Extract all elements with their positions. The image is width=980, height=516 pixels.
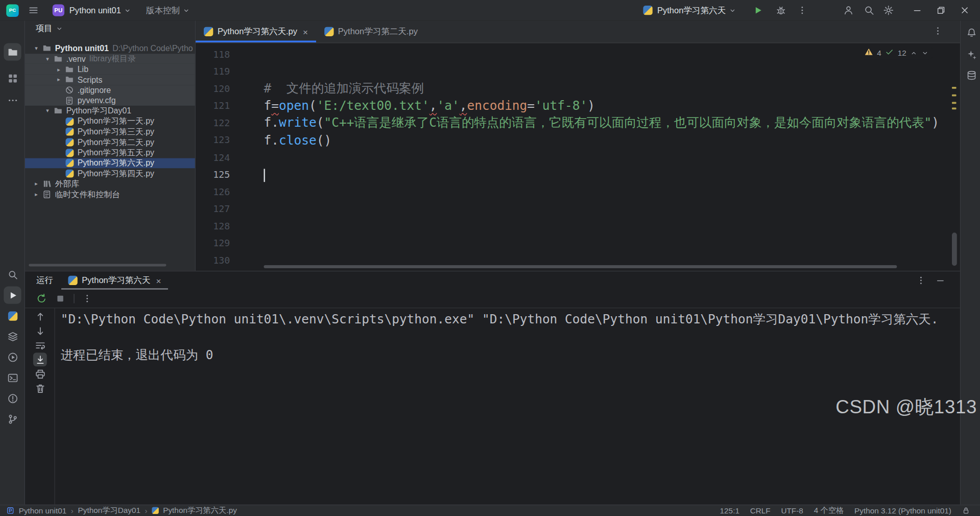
- editor-code-line[interactable]: 118: [196, 45, 960, 63]
- find-toolwindow-icon[interactable]: [4, 266, 21, 283]
- editor-code-line[interactable]: 129: [196, 235, 960, 252]
- project-panel-header[interactable]: 项目: [25, 20, 195, 37]
- main-menu-hamburger-icon[interactable]: [28, 5, 39, 16]
- window-close-button[interactable]: [955, 6, 974, 15]
- services-toolwindow-icon[interactable]: [4, 327, 21, 345]
- project-tree-item[interactable]: ▸Scripts: [25, 75, 195, 85]
- project-name-button[interactable]: Python unit01: [69, 6, 121, 15]
- editor-code-line[interactable]: 124: [196, 149, 960, 166]
- run-configuration-button[interactable]: Python学习第六天: [657, 5, 726, 16]
- editor-code-line[interactable]: 125: [196, 166, 960, 183]
- ai-assistant-icon[interactable]: [963, 46, 979, 63]
- breadcrumb-item[interactable]: Python unit01: [19, 506, 67, 515]
- editor-code-line[interactable]: 119: [196, 63, 960, 80]
- warning-stripe-mark[interactable]: [952, 87, 957, 89]
- project-tree-item[interactable]: ▾Python unit01D:\Python Code\Pytho: [25, 43, 195, 53]
- database-toolwindow-icon[interactable]: [963, 67, 979, 83]
- project-tree-item[interactable]: Python学习第五天.py: [25, 148, 195, 158]
- run-toolwindow-icon[interactable]: [4, 287, 21, 304]
- run-anything-icon[interactable]: [4, 348, 21, 366]
- editor-code-line[interactable]: 120# 文件的追加演示代码案例: [196, 80, 960, 98]
- indent-widget[interactable]: 4 个空格: [814, 505, 844, 516]
- chevron-right-icon[interactable]: ▸: [31, 191, 41, 197]
- project-toolwindow-icon[interactable]: [4, 43, 21, 60]
- project-tree-item[interactable]: ▾.venvlibrary根目录: [25, 54, 195, 64]
- project-tree-item[interactable]: Python学习第二天.py: [25, 137, 195, 147]
- project-badge[interactable]: PU: [53, 5, 64, 16]
- settings-gear-icon[interactable]: [883, 5, 894, 16]
- editor-code-line[interactable]: 128: [196, 218, 960, 235]
- editor-code-line[interactable]: 122f.write("C++语言是继承了C语言的特点的语言，它既有可以面向过程…: [196, 114, 960, 132]
- prev-problem-chevron-icon[interactable]: [910, 49, 918, 57]
- project-tree-item[interactable]: ▾Python学习Day01: [25, 106, 195, 116]
- window-restore-button[interactable]: [931, 6, 950, 15]
- toolbar-kebab-icon[interactable]: [83, 294, 92, 303]
- run-panel-title[interactable]: 运行: [36, 271, 53, 289]
- caret-position-widget[interactable]: 125:1: [720, 506, 739, 515]
- project-tree-item[interactable]: Python学习第六天.py: [25, 158, 195, 168]
- project-tree-item[interactable]: ▸临时文件和控制台: [25, 189, 195, 199]
- rerun-icon[interactable]: [36, 293, 47, 304]
- user-account-icon[interactable]: [843, 5, 854, 16]
- prev-occurrence-icon[interactable]: [33, 310, 47, 323]
- editor-code-line[interactable]: 127: [196, 200, 960, 218]
- project-tree-item[interactable]: Python学习第三天.py: [25, 127, 195, 137]
- console-output[interactable]: "D:\Python Code\Python unit01\.venv\Scri…: [61, 310, 957, 364]
- project-horizontal-scrollbar[interactable]: [29, 264, 166, 266]
- chevron-right-icon[interactable]: ▸: [54, 77, 64, 83]
- search-everywhere-icon[interactable]: [864, 5, 874, 16]
- breadcrumb-item[interactable]: Python学习第六天.py: [163, 505, 237, 516]
- more-actions-kebab-icon[interactable]: [798, 6, 807, 15]
- chevron-down-icon[interactable]: ▾: [42, 56, 53, 62]
- problems-toolwindow-icon[interactable]: [4, 389, 21, 407]
- run-button[interactable]: [753, 5, 763, 16]
- editor-tab[interactable]: Python学习第二天.py: [316, 20, 426, 42]
- close-tab-icon[interactable]: ×: [303, 27, 308, 37]
- line-ending-widget[interactable]: CRLF: [750, 506, 771, 515]
- encoding-widget[interactable]: UTF-8: [781, 506, 803, 515]
- next-occurrence-icon[interactable]: [33, 324, 47, 338]
- warning-stripe-mark[interactable]: [952, 95, 957, 97]
- close-run-tab-icon[interactable]: ×: [156, 275, 161, 286]
- warning-stripe-mark[interactable]: [952, 108, 957, 110]
- chevron-right-icon[interactable]: ▸: [31, 181, 41, 187]
- vcs-button[interactable]: 版本控制: [146, 5, 180, 16]
- run-tab[interactable]: Python学习第六天 ×: [61, 271, 168, 289]
- window-minimize-button[interactable]: [907, 6, 926, 15]
- chevron-down-icon[interactable]: ▾: [31, 45, 41, 52]
- project-tree-item[interactable]: Python学习第一天.py: [25, 116, 195, 126]
- notifications-icon[interactable]: [963, 25, 979, 41]
- editor-horizontal-scrollbar[interactable]: [264, 265, 897, 268]
- clear-console-icon[interactable]: [33, 382, 47, 395]
- breadcrumb-item[interactable]: Python学习Day01: [78, 505, 140, 516]
- project-tree-item[interactable]: .gitignore: [25, 85, 195, 95]
- soft-wrap-icon[interactable]: [33, 338, 47, 352]
- hide-panel-icon[interactable]: [936, 276, 945, 285]
- stop-icon[interactable]: [55, 293, 66, 304]
- run-options-kebab-icon[interactable]: [916, 276, 925, 285]
- editor-code-line[interactable]: 126: [196, 183, 960, 201]
- more-tool-windows-icon[interactable]: [4, 91, 21, 109]
- project-tree-item[interactable]: ▸Lib: [25, 64, 195, 74]
- terminal-toolwindow-icon[interactable]: [4, 369, 21, 386]
- debug-button[interactable]: [776, 5, 786, 16]
- scroll-to-end-icon[interactable]: [33, 353, 47, 366]
- print-console-icon[interactable]: [33, 367, 47, 381]
- chevron-down-icon[interactable]: ▾: [42, 108, 53, 114]
- version-control-toolwindow-icon[interactable]: [4, 410, 21, 428]
- editor-vertical-scrollbar[interactable]: [952, 232, 957, 266]
- project-tree-item[interactable]: pyvenv.cfg: [25, 96, 195, 106]
- python-console-icon[interactable]: [4, 307, 21, 324]
- project-tree-item[interactable]: Python学习第四天.py: [25, 169, 195, 179]
- warning-stripe-mark[interactable]: [952, 102, 957, 104]
- tab-options-kebab-icon[interactable]: [933, 26, 942, 38]
- project-tree-item[interactable]: ▸外部库: [25, 179, 195, 189]
- chevron-right-icon[interactable]: ▸: [54, 66, 64, 72]
- editor-code-line[interactable]: 121f=open('E:/text00.txt','a',encoding='…: [196, 97, 960, 114]
- editor-tab-active[interactable]: Python学习第六天.py ×: [196, 20, 316, 42]
- structure-toolwindow-icon[interactable]: [4, 69, 21, 87]
- interpreter-widget[interactable]: Python 3.12 (Python unit01): [854, 506, 951, 515]
- lock-icon[interactable]: [962, 506, 970, 514]
- code-area[interactable]: 118119120# 文件的追加演示代码案例121f=open('E:/text…: [196, 43, 960, 270]
- inspections-widget[interactable]: 4 12: [861, 46, 933, 60]
